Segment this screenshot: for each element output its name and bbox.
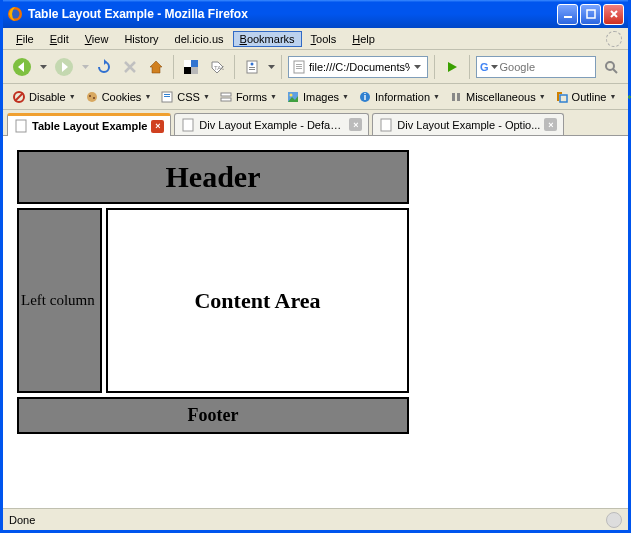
dev-outline[interactable]: Outline▼ — [552, 88, 620, 106]
svg-rect-8 — [184, 67, 191, 74]
delicious-icon[interactable] — [180, 56, 202, 78]
menu-view[interactable]: View — [78, 31, 116, 47]
reload-button[interactable] — [93, 56, 115, 78]
minimize-button[interactable] — [557, 4, 578, 25]
dev-toolbar: Disable▼ Cookies▼ CSS▼ Forms▼ Images▼ iI… — [3, 84, 628, 110]
url-input[interactable] — [309, 61, 410, 73]
tag-icon[interactable]: TAG — [206, 56, 228, 78]
svg-line-22 — [15, 93, 23, 101]
back-dropdown[interactable] — [39, 65, 47, 69]
svg-point-24 — [89, 95, 91, 97]
tab-bar: Table Layout Example × Div Layout Exampl… — [3, 110, 628, 136]
svg-rect-35 — [452, 93, 455, 101]
svg-rect-28 — [164, 96, 170, 97]
tab-inactive-2[interactable]: Div Layout Example - Optio... × — [372, 113, 564, 135]
svg-point-12 — [251, 62, 254, 65]
bookmark-dropdown[interactable] — [267, 65, 275, 69]
forward-dropdown[interactable] — [81, 65, 89, 69]
svg-rect-40 — [381, 119, 391, 131]
misc-icon — [449, 90, 463, 104]
svg-rect-39 — [183, 119, 193, 131]
disable-icon — [12, 90, 26, 104]
svg-rect-27 — [164, 94, 170, 95]
url-bar[interactable] — [288, 56, 428, 78]
tab-label: Table Layout Example — [32, 120, 147, 132]
bookmark-icon[interactable] — [241, 56, 263, 78]
dev-forms[interactable]: Forms▼ — [216, 88, 280, 106]
forward-button[interactable] — [51, 54, 77, 80]
css-icon — [160, 90, 174, 104]
tab-close-icon[interactable]: × — [544, 118, 557, 131]
statusbar: Done — [3, 508, 628, 530]
svg-rect-17 — [296, 66, 302, 67]
google-icon: G — [480, 61, 489, 73]
dev-miscellaneous[interactable]: Miscellaneous▼ — [446, 88, 549, 106]
info-icon: i — [358, 90, 372, 104]
go-button[interactable] — [441, 56, 463, 78]
dev-information[interactable]: iInformation▼ — [355, 88, 443, 106]
content-area-cell: Content Area — [106, 208, 409, 393]
svg-rect-29 — [221, 93, 231, 96]
throbber-icon — [606, 31, 622, 47]
firefox-icon — [7, 6, 23, 22]
layout-table: Header Left column Content Area Footer — [13, 146, 413, 438]
dev-disable[interactable]: Disable▼ — [9, 88, 79, 106]
footer-cell: Footer — [17, 397, 409, 434]
menubar: File Edit View History del.icio.us Bookm… — [3, 28, 628, 50]
tab-close-icon[interactable]: × — [151, 120, 164, 133]
outline-icon — [555, 90, 569, 104]
svg-rect-30 — [221, 98, 231, 101]
window-buttons — [557, 4, 624, 25]
svg-text:i: i — [364, 92, 367, 102]
page-icon — [181, 118, 195, 132]
svg-rect-3 — [587, 10, 595, 18]
page-icon — [292, 60, 306, 74]
svg-point-23 — [87, 92, 97, 102]
browser-window: Table Layout Example - Mozilla Firefox F… — [0, 0, 631, 533]
stop-button[interactable] — [119, 56, 141, 78]
url-dropdown[interactable] — [410, 65, 424, 69]
menu-tools[interactable]: Tools — [304, 31, 344, 47]
status-icon — [606, 512, 622, 528]
tab-label: Div Layout Example - Defau... — [199, 119, 345, 131]
svg-line-20 — [613, 69, 617, 73]
tab-inactive-1[interactable]: Div Layout Example - Defau... × — [174, 113, 369, 135]
images-icon — [286, 90, 300, 104]
svg-rect-16 — [296, 64, 302, 65]
titlebar: Table Layout Example - Mozilla Firefox — [3, 0, 628, 28]
svg-rect-2 — [564, 16, 572, 18]
search-engine-dropdown[interactable] — [491, 65, 498, 69]
maximize-button[interactable] — [580, 4, 601, 25]
dev-images[interactable]: Images▼ — [283, 88, 352, 106]
menu-edit[interactable]: Edit — [43, 31, 76, 47]
svg-rect-14 — [249, 69, 255, 70]
nav-toolbar: TAG G — [3, 50, 628, 84]
search-input[interactable] — [500, 61, 592, 73]
back-button[interactable] — [9, 54, 35, 80]
search-box[interactable]: G — [476, 56, 596, 78]
home-button[interactable] — [145, 56, 167, 78]
window-title: Table Layout Example - Mozilla Firefox — [28, 7, 557, 21]
menu-history[interactable]: History — [117, 31, 165, 47]
svg-rect-7 — [191, 60, 198, 67]
tab-active[interactable]: Table Layout Example × — [7, 113, 171, 136]
close-button[interactable] — [603, 4, 624, 25]
resize-icon — [625, 90, 631, 104]
dev-resize[interactable]: Re — [622, 88, 631, 106]
menu-help[interactable]: Help — [345, 31, 382, 47]
tab-close-icon[interactable]: × — [349, 118, 362, 131]
svg-point-32 — [289, 93, 292, 96]
svg-rect-18 — [296, 68, 302, 69]
tab-label: Div Layout Example - Optio... — [397, 119, 540, 131]
cookies-icon — [85, 90, 99, 104]
menu-delicious[interactable]: del.icio.us — [168, 31, 231, 47]
svg-rect-36 — [457, 93, 460, 101]
search-go-icon[interactable] — [600, 56, 622, 78]
menu-bookmarks[interactable]: Bookmarks — [233, 31, 302, 47]
svg-rect-13 — [249, 67, 255, 68]
forms-icon — [219, 90, 233, 104]
svg-rect-6 — [184, 60, 191, 67]
menu-file[interactable]: File — [9, 31, 41, 47]
dev-css[interactable]: CSS▼ — [157, 88, 213, 106]
dev-cookies[interactable]: Cookies▼ — [82, 88, 155, 106]
